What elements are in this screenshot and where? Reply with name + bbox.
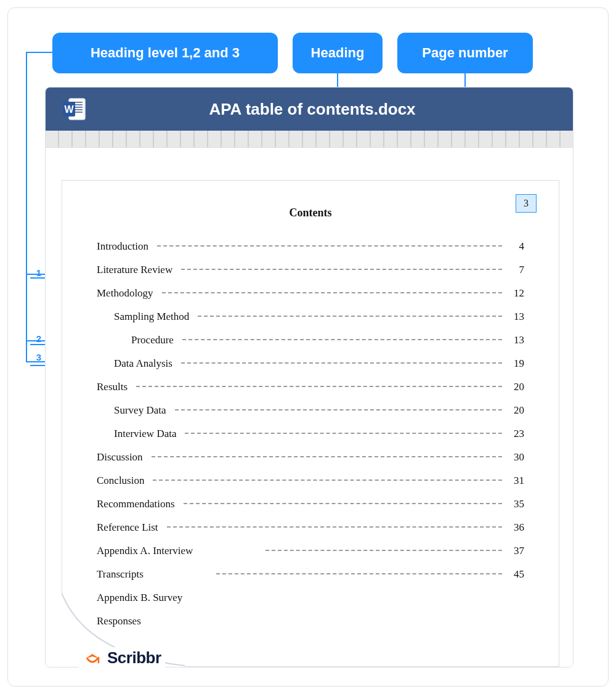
toc-row: Literature Review7 [97, 264, 524, 276]
callout-heading-levels: Heading level 1,2 and 3 [52, 33, 278, 73]
toc-page: 13 [506, 311, 524, 323]
toc-leader [198, 316, 502, 317]
toc-page: 13 [506, 334, 524, 346]
toc-leader [185, 433, 502, 434]
table-of-contents: Introduction4Literature Review7Methodolo… [97, 240, 524, 627]
toc-label: Appendix B. Survey [97, 592, 187, 604]
toc-page: 31 [506, 475, 524, 487]
toc-page: 36 [506, 521, 524, 534]
window-titlebar: W APA table of contents.docx [46, 88, 573, 131]
toc-row: Transcripts45 [97, 568, 524, 581]
toc-page: 35 [506, 498, 524, 510]
toc-row: Discussion30 [97, 451, 524, 463]
toc-label: Appendix A. Interview [97, 545, 198, 557]
toc-label: Responses [97, 615, 146, 627]
toc-row: Methodology12 [97, 287, 524, 300]
toc-label: Recommendations [97, 498, 180, 510]
toc-label: Sampling Method [97, 311, 194, 323]
toc-row: Interview Data23 [97, 428, 524, 440]
toc-leader [157, 245, 502, 247]
toc-row: Sampling Method13 [97, 311, 524, 323]
toc-leader [136, 386, 502, 387]
document-window: W APA table of contents.docx 3 Contents … [45, 87, 573, 667]
toc-label: Methodology [97, 287, 158, 300]
toc-row: Survey Data20 [97, 404, 524, 417]
level-marker-1: 1 [33, 267, 45, 278]
brand-badge: Scribbr [79, 647, 165, 669]
toc-label: Results [97, 381, 132, 393]
toc-label: Literature Review [97, 264, 177, 276]
toc-page: 20 [506, 381, 524, 393]
toc-page: 4 [506, 240, 524, 253]
document-page: 3 Contents Introduction4Literature Revie… [62, 180, 559, 667]
toc-row: Conclusion31 [97, 475, 524, 487]
toc-page: 7 [506, 264, 524, 276]
toc-leader [265, 550, 502, 551]
toc-leader [181, 362, 502, 364]
toc-label: Discussion [97, 451, 148, 463]
toc-label: Introduction [97, 240, 153, 253]
toc-label: Conclusion [97, 475, 149, 487]
toc-leader [152, 456, 502, 457]
callout-heading: Heading [293, 33, 383, 73]
toc-label: Procedure [97, 334, 179, 346]
toc-leader [184, 503, 502, 504]
word-icon: W [62, 97, 86, 121]
toc-row: Reference List36 [97, 521, 524, 534]
toc-leader [153, 480, 502, 481]
toc-row: Data Analysis19 [97, 357, 524, 370]
toc-leader [182, 339, 502, 340]
toc-row: Procedure13 [97, 334, 524, 346]
toc-page: 30 [506, 451, 524, 463]
contents-heading: Contents [97, 206, 524, 219]
toc-page: 23 [506, 428, 524, 440]
toc-label: Survey Data [97, 404, 171, 417]
toc-label: Transcripts [97, 568, 148, 581]
level-marker-2: 2 [33, 333, 45, 344]
page-area: 3 Contents Introduction4Literature Revie… [46, 148, 573, 667]
toc-page: 12 [506, 287, 524, 300]
toc-label: Data Analysis [97, 357, 177, 370]
outer-frame: Heading level 1,2 and 3 Heading Page num… [7, 7, 609, 687]
svg-text:W: W [64, 104, 74, 115]
toc-row: Results20 [97, 381, 524, 393]
toc-row: Appendix B. Survey [97, 592, 524, 604]
toc-leader [162, 292, 502, 293]
scribbr-logo-icon [83, 649, 102, 667]
toc-label: Interview Data [97, 428, 181, 440]
toc-leader [216, 573, 502, 574]
ruler [46, 131, 573, 148]
toc-row: Appendix A. Interview37 [97, 545, 524, 557]
level-marker-3: 3 [33, 352, 45, 362]
toc-leader [175, 409, 502, 410]
page-number-box: 3 [516, 194, 537, 213]
callout-page-number: Page number [397, 33, 533, 73]
toc-row: Introduction4 [97, 240, 524, 253]
toc-page: 19 [506, 357, 524, 370]
toc-page: 37 [506, 545, 524, 557]
toc-leader [167, 526, 502, 528]
toc-page: 45 [506, 568, 524, 581]
toc-label: Reference List [97, 521, 163, 534]
document-filename: APA table of contents.docx [99, 100, 526, 119]
toc-row: Responses [97, 615, 524, 627]
toc-row: Recommendations35 [97, 498, 524, 510]
toc-leader [181, 269, 502, 270]
brand-name: Scribbr [107, 648, 161, 667]
toc-page: 20 [506, 404, 524, 417]
